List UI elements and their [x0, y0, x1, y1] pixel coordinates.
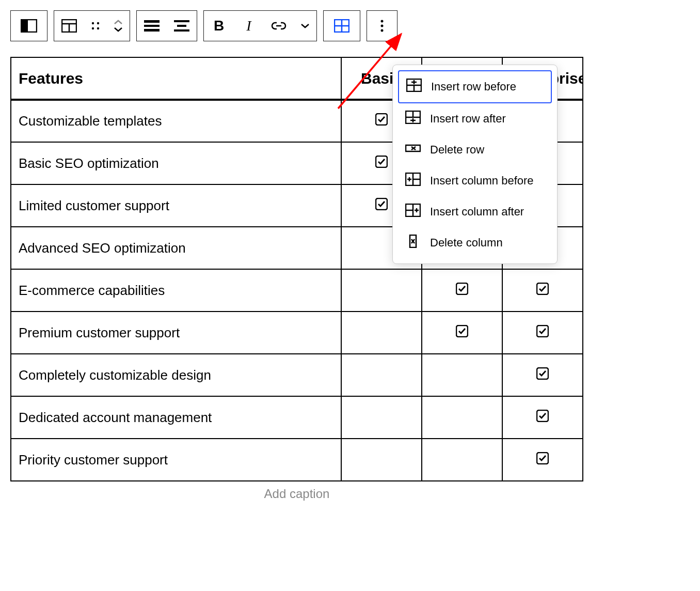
basic-cell[interactable]	[341, 269, 422, 312]
enterprise-cell[interactable]	[502, 396, 583, 439]
dropdown-item-label: Insert column before	[430, 174, 534, 188]
dropdown-item-label: Insert row after	[430, 112, 506, 126]
feature-cell[interactable]: Completely customizable design	[11, 354, 341, 396]
move-block-button[interactable]	[107, 11, 130, 41]
table-edit-icon	[334, 19, 349, 33]
pro-cell[interactable]	[422, 396, 502, 439]
svg-rect-11	[144, 29, 160, 32]
svg-rect-12	[174, 20, 189, 22]
pro-cell[interactable]	[422, 312, 502, 354]
table-row[interactable]: Completely customizable design	[11, 354, 583, 396]
enterprise-cell[interactable]	[502, 354, 583, 396]
checked-icon	[536, 367, 549, 380]
block-toolbar: B I	[10, 10, 690, 41]
dropdown-item-delete-column[interactable]: Delete column	[398, 227, 552, 258]
delete-column-icon	[405, 235, 421, 251]
basic-cell[interactable]	[341, 354, 422, 396]
checked-icon	[456, 283, 468, 295]
enterprise-cell[interactable]	[502, 439, 583, 481]
more-vertical-icon	[380, 19, 384, 33]
dropdown-item-insert-row-before[interactable]: Insert row before	[398, 70, 552, 103]
checked-icon	[375, 155, 388, 168]
table-caption-placeholder[interactable]: Add caption	[10, 487, 583, 501]
insert-column-before-icon	[405, 173, 421, 189]
options-button[interactable]	[367, 11, 397, 41]
delete-row-icon	[405, 142, 421, 158]
chevron-up-icon	[114, 20, 123, 25]
header-features[interactable]: Features	[11, 57, 341, 100]
svg-point-7	[92, 27, 94, 29]
insert-column-after-icon	[405, 204, 421, 220]
align-center-icon	[174, 20, 189, 32]
dropdown-item-insert-column-before[interactable]: Insert column before	[398, 165, 552, 196]
checked-icon	[536, 325, 549, 337]
feature-cell[interactable]: Dedicated account management	[11, 396, 341, 439]
justify-button[interactable]	[167, 11, 197, 41]
feature-cell[interactable]: Premium customer support	[11, 312, 341, 354]
feature-cell[interactable]: Limited customer support	[11, 184, 341, 227]
link-icon	[271, 21, 287, 31]
chevron-down-icon	[114, 27, 123, 32]
table-icon	[61, 19, 77, 33]
dropdown-item-insert-column-after[interactable]: Insert column after	[398, 196, 552, 227]
table-row[interactable]: Dedicated account management	[11, 396, 583, 439]
svg-point-5	[92, 22, 94, 24]
svg-point-20	[381, 29, 384, 32]
drag-handle-button[interactable]	[84, 11, 107, 41]
drag-handle-icon	[91, 21, 100, 30]
checked-icon	[375, 113, 388, 126]
feature-cell[interactable]: E-commerce capabilities	[11, 269, 341, 312]
enterprise-cell[interactable]	[502, 269, 583, 312]
dropdown-item-label: Delete column	[430, 236, 503, 250]
feature-cell[interactable]: Priority customer support	[11, 439, 341, 481]
svg-rect-13	[177, 25, 186, 27]
checked-icon	[375, 198, 388, 210]
bold-label: B	[214, 18, 224, 34]
columns-icon	[21, 19, 37, 33]
checked-icon	[536, 452, 549, 464]
table-row[interactable]: Priority customer support	[11, 439, 583, 481]
basic-cell[interactable]	[341, 439, 422, 481]
svg-rect-9	[144, 20, 160, 23]
checked-icon	[536, 283, 549, 295]
italic-label: I	[246, 18, 251, 34]
feature-cell[interactable]: Customizable templates	[11, 100, 341, 142]
dropdown-item-label: Delete row	[430, 143, 484, 157]
dropdown-item-insert-row-after[interactable]: Insert row after	[398, 103, 552, 134]
align-button[interactable]	[137, 11, 167, 41]
italic-button[interactable]: I	[234, 11, 264, 41]
chevron-down-icon	[300, 23, 310, 28]
edit-table-button[interactable]	[324, 11, 360, 41]
svg-rect-14	[174, 29, 189, 32]
svg-point-18	[381, 20, 384, 23]
svg-rect-10	[144, 25, 160, 27]
basic-cell[interactable]	[341, 396, 422, 439]
basic-cell[interactable]	[341, 312, 422, 354]
insert-row-after-icon	[405, 111, 421, 127]
dropdown-item-delete-row[interactable]: Delete row	[398, 134, 552, 165]
pro-cell[interactable]	[422, 269, 502, 312]
feature-cell[interactable]: Basic SEO optimization	[11, 142, 341, 184]
checked-icon	[456, 325, 468, 337]
link-button[interactable]	[264, 11, 294, 41]
enterprise-cell[interactable]	[502, 312, 583, 354]
table-row[interactable]: E-commerce capabilities	[11, 269, 583, 312]
feature-cell[interactable]: Advanced SEO optimization	[11, 227, 341, 269]
bold-button[interactable]: B	[204, 11, 234, 41]
insert-row-before-icon	[406, 79, 422, 95]
svg-point-19	[381, 25, 384, 27]
more-rich-text-button[interactable]	[294, 11, 316, 41]
svg-point-8	[97, 27, 99, 29]
pro-cell[interactable]	[422, 354, 502, 396]
table-row[interactable]: Premium customer support	[11, 312, 583, 354]
select-table-button[interactable]	[54, 11, 84, 41]
table-edit-dropdown: Insert row beforeInsert row afterDelete …	[392, 65, 558, 264]
dropdown-item-label: Insert column after	[430, 205, 524, 219]
svg-point-6	[97, 22, 99, 24]
svg-rect-1	[21, 20, 28, 32]
align-full-icon	[144, 20, 160, 32]
block-type-button[interactable]	[11, 11, 47, 41]
dropdown-item-label: Insert row before	[431, 80, 516, 94]
checked-icon	[536, 410, 549, 422]
pro-cell[interactable]	[422, 439, 502, 481]
